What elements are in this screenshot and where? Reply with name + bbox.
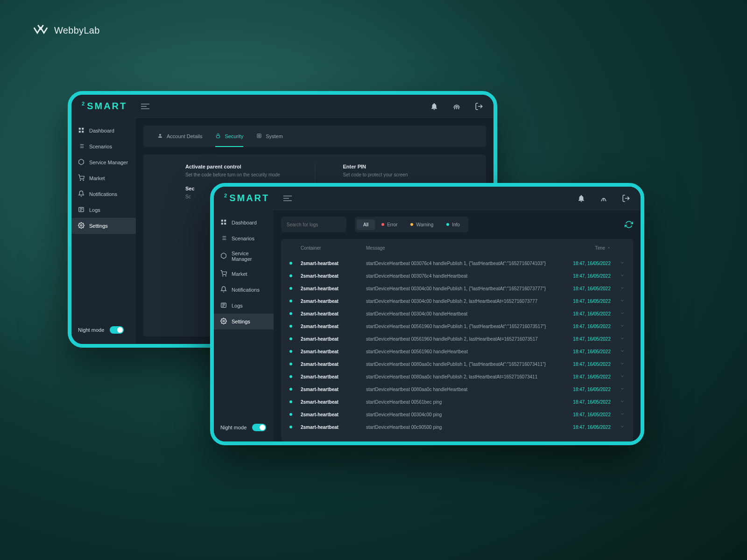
list-icon [78, 143, 85, 150]
refresh-icon[interactable] [625, 220, 633, 229]
chevron-down-icon[interactable] [620, 323, 625, 329]
table-row[interactable]: 2smart-heartbeatstartDeviceHeartbeat 003… [281, 408, 633, 420]
box-icon [220, 252, 227, 260]
search-input[interactable] [287, 222, 346, 227]
svg-rect-1 [82, 128, 84, 130]
table-row[interactable]: 2smart-heartbeatstartDeviceHeartbeat 003… [281, 282, 633, 294]
sidebar-item-notifications[interactable]: Notifications [214, 282, 274, 298]
table-row[interactable]: 2smart-heartbeatstartDeviceHeartbeat 00c… [281, 420, 633, 433]
menu-toggle-icon[interactable] [283, 196, 292, 201]
tab-system[interactable]: System [256, 126, 283, 147]
row-container: 2smart-heartbeat [301, 286, 366, 291]
filter-all[interactable]: All [357, 219, 375, 230]
chevron-down-icon[interactable] [620, 374, 625, 379]
row-message: startDeviceHeartbeat 00561960 handlePubl… [366, 336, 555, 342]
table-row[interactable]: 2smart-heartbeatstartDeviceHeartbeat 003… [281, 294, 633, 307]
chevron-down-icon[interactable] [620, 336, 625, 342]
row-time: 18:47, 16/05/2022 [555, 311, 611, 316]
bell-icon[interactable] [430, 102, 438, 111]
tab-label: Account Details [167, 133, 202, 139]
table-row[interactable]: 2smart-heartbeatstartDeviceHeartbeat 003… [281, 307, 633, 320]
chevron-down-icon[interactable] [620, 399, 625, 405]
filter-warning[interactable]: Warning [404, 219, 440, 230]
row-container: 2smart-heartbeat [301, 299, 366, 304]
svg-rect-10 [221, 220, 223, 222]
row-container: 2smart-heartbeat [301, 399, 366, 405]
table-header: Container Message Time [281, 239, 633, 257]
sidebar-item-market[interactable]: Market [214, 266, 274, 282]
night-mode-label: Night mode [78, 327, 104, 333]
table-row[interactable]: 2smart-heartbeatstartDeviceHeartbeat 003… [281, 269, 633, 282]
chevron-down-icon[interactable] [620, 273, 625, 279]
tablet-logs: 2SMART DashboardScenariosService Manager… [210, 183, 644, 445]
signal-icon[interactable] [599, 194, 608, 203]
tab-account-details[interactable]: Account Details [157, 126, 202, 147]
chevron-down-icon[interactable] [620, 361, 625, 367]
table-row[interactable]: 2smart-heartbeatstartDeviceHeartbeat 005… [281, 332, 633, 345]
sidebar-item-service-manager[interactable]: Service Manager [214, 246, 274, 266]
status-dot [289, 287, 292, 290]
menu-toggle-icon[interactable] [141, 104, 149, 109]
chevron-down-icon[interactable] [620, 260, 625, 266]
filter-error[interactable]: Error [375, 219, 404, 230]
row-time: 18:47, 16/05/2022 [555, 324, 611, 329]
sidebar-item-notifications[interactable]: Notifications [71, 186, 136, 202]
chevron-down-icon[interactable] [620, 424, 625, 430]
sidebar-item-label: Market [232, 271, 247, 277]
sidebar-item-settings[interactable]: Settings [214, 314, 274, 329]
chevron-down-icon[interactable] [620, 412, 625, 417]
table-row[interactable]: 2smart-heartbeatstartDeviceHeartbeat 005… [281, 345, 633, 357]
row-time: 18:47, 16/05/2022 [555, 399, 611, 405]
dashboard-icon [78, 127, 85, 134]
table-row[interactable]: 2smart-heartbeatstartDeviceHeartbeat 005… [281, 320, 633, 332]
sidebar-item-settings[interactable]: Settings [71, 218, 136, 234]
row-container: 2smart-heartbeat [301, 324, 366, 329]
row-message: startDeviceHeartbeat 00304c00 ping [366, 412, 555, 417]
sidebar-item-dashboard[interactable]: Dashboard [71, 123, 136, 139]
tab-label: System [266, 133, 283, 139]
sidebar-item-label: Dashboard [89, 128, 114, 133]
chevron-down-icon[interactable] [620, 349, 625, 354]
col-time[interactable]: Time [555, 245, 611, 251]
logo-icon [33, 22, 49, 38]
logout-icon[interactable] [622, 194, 630, 203]
logout-icon[interactable] [475, 102, 483, 111]
sidebar-item-scenarios[interactable]: Scenarios [71, 139, 136, 154]
bell-icon[interactable] [577, 194, 585, 203]
svg-rect-11 [224, 220, 226, 222]
row-message: startDeviceHeartbeat 00304c00 handlePubl… [366, 286, 555, 291]
sidebar-item-dashboard[interactable]: Dashboard [214, 215, 274, 231]
tab-security[interactable]: Security [215, 126, 243, 147]
sidebar-item-scenarios[interactable]: Scenarios [214, 231, 274, 246]
table-row[interactable]: 2smart-heartbeatstartDeviceHeartbeat 008… [281, 383, 633, 395]
search-input-wrap[interactable] [281, 217, 346, 232]
filter-info[interactable]: Info [440, 219, 466, 230]
chevron-down-icon[interactable] [620, 311, 625, 316]
row-message: startDeviceHeartbeat 003076c4 handleHear… [366, 273, 555, 279]
cart-icon [78, 175, 85, 182]
sidebar-item-label: Service Manager [89, 160, 128, 165]
svg-point-4 [80, 180, 81, 181]
sidebar-item-label: Notifications [232, 287, 260, 293]
row-message: startDeviceHeartbeat 00c90500 ping [366, 425, 555, 430]
sidebar-item-market[interactable]: Market [71, 170, 136, 186]
table-row[interactable]: 2smart-heartbeatstartDeviceHeartbeat 005… [281, 395, 633, 408]
chevron-down-icon[interactable] [620, 298, 625, 304]
row-container: 2smart-heartbeat [301, 336, 366, 342]
table-row[interactable]: 2smart-heartbeatstartDeviceHeartbeat 008… [281, 357, 633, 370]
sidebar-item-service-manager[interactable]: Service Manager [71, 154, 136, 170]
svg-rect-3 [82, 131, 84, 133]
signal-icon[interactable] [452, 102, 461, 111]
night-mode-toggle[interactable] [252, 424, 266, 431]
sidebar-item-logs[interactable]: Logs [214, 298, 274, 314]
chevron-down-icon[interactable] [620, 286, 625, 291]
cart-icon [220, 270, 227, 278]
sidebar-item-label: Service Manager [232, 251, 267, 262]
status-dot [289, 337, 292, 340]
night-mode-toggle[interactable] [110, 326, 124, 334]
sidebar-item-logs[interactable]: Logs [71, 202, 136, 218]
chevron-down-icon[interactable] [620, 386, 625, 392]
sidebar-item-label: Notifications [89, 191, 117, 197]
table-row[interactable]: 2smart-heartbeatstartDeviceHeartbeat 008… [281, 370, 633, 383]
table-row[interactable]: 2smart-heartbeatstartDeviceHeartbeat 003… [281, 257, 633, 269]
